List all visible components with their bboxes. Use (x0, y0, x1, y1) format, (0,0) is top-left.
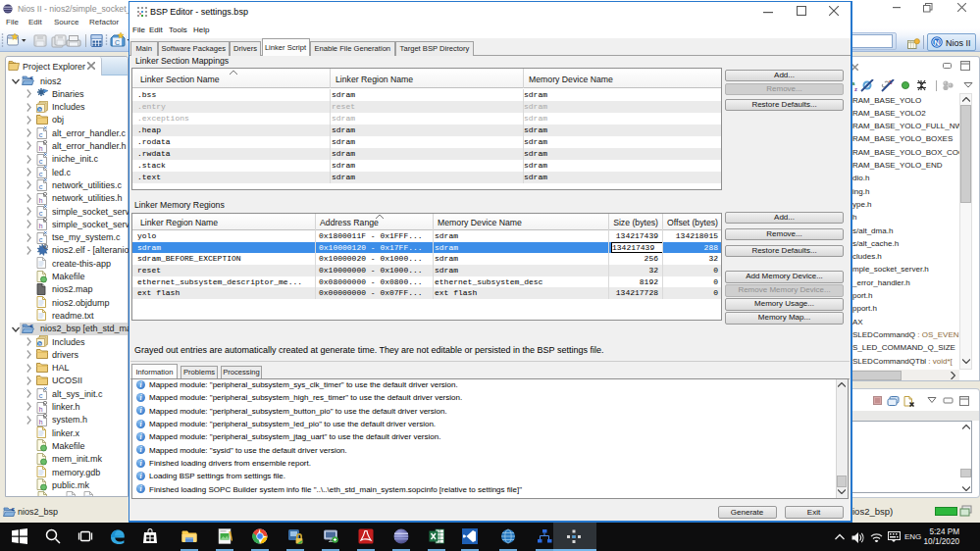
svg-text:h: h (39, 418, 43, 426)
svg-text:c: c (39, 392, 43, 400)
svg-text:c: c (39, 235, 43, 243)
svg-text:C: C (115, 39, 120, 46)
svg-text:z: z (854, 86, 857, 92)
svg-text:h: h (39, 223, 43, 230)
svg-text:c: c (39, 131, 43, 139)
svg-text:c: c (39, 171, 43, 178)
svg-text:h: h (38, 106, 41, 112)
svg-text:h: h (39, 196, 43, 204)
svg-text:c: c (39, 157, 43, 165)
svg-text:c: c (30, 323, 34, 328)
svg-text:c: c (30, 75, 34, 80)
svg-text:c: c (12, 506, 16, 512)
svg-text:h: h (39, 144, 43, 152)
svg-text:h: h (39, 405, 43, 413)
svg-text:c: c (39, 210, 43, 218)
svg-text:N: N (934, 38, 939, 47)
svg-text:c: c (39, 183, 43, 191)
svg-text:h: h (38, 341, 41, 347)
